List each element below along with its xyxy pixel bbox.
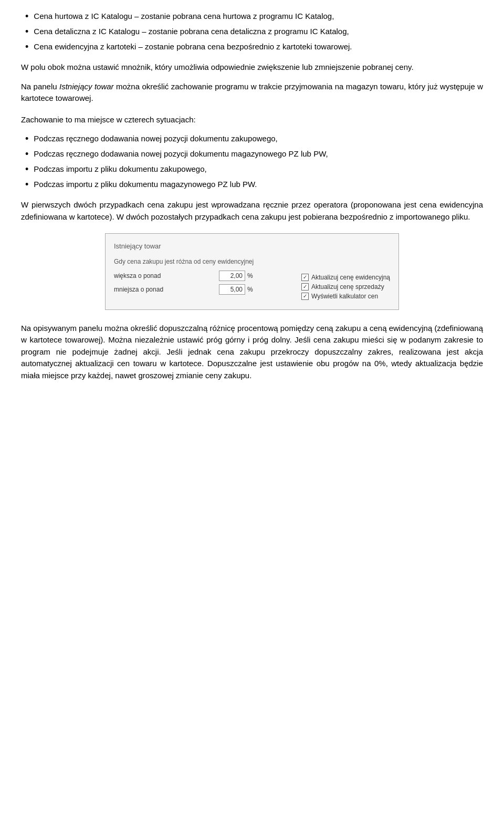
checkbox-kalkulator[interactable] <box>301 293 309 300</box>
panel-row-smaller-unit: % <box>247 285 253 294</box>
panel-top-label: Gdy cena zakupu jest różna od ceny ewide… <box>114 257 390 266</box>
checkbox-ewidencyjna[interactable] <box>301 274 309 281</box>
paragraph-two-cases: W pierwszych dwóch przypadkach cena zaku… <box>21 199 483 223</box>
list-item-text: Podczas importu z pliku dokumentu magazy… <box>34 179 257 191</box>
checkbox-row-1: Aktualizuj cenę ewidencyjną <box>301 273 390 282</box>
main-content: Cena hurtowa z IC Katalogu – zostanie po… <box>21 11 483 381</box>
middle-bullet-list: Podczas ręcznego dodawania nowej pozycji… <box>21 133 483 192</box>
panel-row-smaller-input[interactable]: 5,00 <box>219 284 245 295</box>
top-bullet-list: Cena hurtowa z IC Katalogu – zostanie po… <box>21 11 483 54</box>
panel-row-bigger-input[interactable]: 2,00 <box>219 271 245 281</box>
panel-row-smaller-label: mniejsza o ponad <box>114 285 219 294</box>
panel-body: większa o ponad 2,00 % mniejsza o ponad … <box>114 271 390 301</box>
panel-istniejacy-towar: Istniejący towar Gdy cena zakupu jest ró… <box>105 233 399 310</box>
paragraph-existing-item: Na panelu Istniejący towar można określi… <box>21 81 483 105</box>
panel-row-bigger: większa o ponad 2,00 % <box>114 271 291 281</box>
list-item-text: Podczas ręcznego dodawania nowej pozycji… <box>34 148 328 160</box>
panel-title: Istniejący towar <box>114 241 390 252</box>
checkbox-ewidencyjna-label: Aktualizuj cenę ewidencyjną <box>311 273 390 282</box>
list-item-text: Cena hurtowa z IC Katalogu – zostanie po… <box>34 11 334 23</box>
list-item: Podczas importu z pliku dokumentu zakupo… <box>21 163 483 177</box>
list-item: Cena hurtowa z IC Katalogu – zostanie po… <box>21 11 483 24</box>
checkbox-sprzedazy-label: Aktualizuj cenę sprzedaży <box>311 282 384 292</box>
list-item: Podczas importu z pliku dokumentu magazy… <box>21 179 483 192</box>
italic-text: Istniejący towar <box>59 82 114 91</box>
checkbox-kalkulator-label: Wyświetli kalkulator cen <box>311 292 378 301</box>
paragraph-text-before-italic: Na panelu <box>21 82 59 91</box>
panel-row-smaller: mniejsza o ponad 5,00 % <box>114 284 291 295</box>
paragraph-multiplier: W polu obok można ustawić mnożnik, który… <box>21 61 483 74</box>
panel-row-bigger-unit: % <box>247 271 253 281</box>
list-item-text: Podczas importu z pliku dokumentu zakupo… <box>34 163 206 175</box>
list-item: Podczas ręcznego dodawania nowej pozycji… <box>21 148 483 161</box>
checkbox-sprzedazy[interactable] <box>301 283 309 291</box>
list-item: Cena ewidencyjna z kartoteki – zostanie … <box>21 41 483 54</box>
panel-row-bigger-label: większa o ponad <box>114 271 219 281</box>
list-item-text: Podczas ręcznego dodawania nowej pozycji… <box>34 133 277 145</box>
list-item: Cena detaliczna z IC Katalogu – zostanie… <box>21 26 483 39</box>
panel-right-section: Aktualizuj cenę ewidencyjną Aktualizuj c… <box>301 271 390 301</box>
panel-left-section: większa o ponad 2,00 % mniejsza o ponad … <box>114 271 291 301</box>
list-item: Podczas ręcznego dodawania nowej pozycji… <box>21 133 483 146</box>
paragraph-final: Na opisywanym panelu można określić dopu… <box>21 323 483 382</box>
checkbox-row-2: Aktualizuj cenę sprzedaży <box>301 282 390 292</box>
list-item-text: Cena ewidencyjna z kartoteki – zostanie … <box>34 41 352 53</box>
paragraph-situations: Zachowanie to ma miejsce w czterech sytu… <box>21 114 483 126</box>
list-item-text: Cena detaliczna z IC Katalogu – zostanie… <box>34 26 349 38</box>
checkbox-row-3: Wyświetli kalkulator cen <box>301 292 390 301</box>
